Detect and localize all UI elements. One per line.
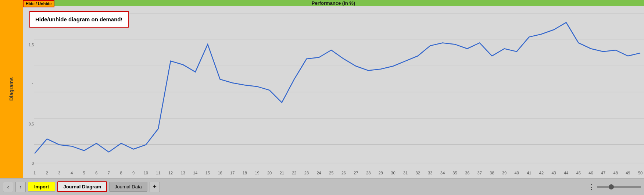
chart-header: Performance (in %) [23,0,644,6]
svg-text:43: 43 [551,171,556,175]
y-label-1: 1 [24,83,34,87]
svg-text:46: 46 [588,171,593,175]
svg-text:24: 24 [316,171,321,175]
svg-text:45: 45 [576,171,581,175]
chart-title: Performance (in %) [312,0,355,6]
svg-text:29: 29 [379,171,383,175]
hide-unhide-button[interactable]: Hide / Unhide [23,0,54,7]
svg-text:17: 17 [230,171,235,175]
svg-text:7: 7 [108,171,110,175]
main-container: Diagrams Performance (in %) 0 0.5 1 1.5 [0,0,644,195]
svg-text:47: 47 [601,171,605,175]
svg-text:12: 12 [168,171,173,175]
tooltip-text: Hide/unhide diagram on demand! [35,16,123,22]
svg-text:48: 48 [613,171,618,175]
svg-text:40: 40 [515,171,519,175]
tab-bar: ‹ › Import Journal Diagram Journal Data … [0,178,644,195]
tab-journal-data[interactable]: Journal Data [109,182,147,192]
tab-add-button[interactable]: + [150,182,160,192]
svg-text:33: 33 [428,171,432,175]
svg-text:28: 28 [366,171,371,175]
svg-text:26: 26 [341,171,346,175]
svg-text:30: 30 [391,171,395,175]
line-chart: 1234567891011121314151617181920212223242… [23,6,644,178]
svg-text:49: 49 [626,171,630,175]
tooltip-box: Hide/unhide diagram on demand! [29,11,129,28]
zoom-slider[interactable] [597,186,641,188]
svg-text:2: 2 [46,171,48,175]
svg-text:36: 36 [465,171,469,175]
svg-text:34: 34 [440,171,445,175]
y-label-05: 0.5 [24,122,34,126]
svg-text:5: 5 [83,171,85,175]
y-axis-labels: 0 0.5 1 1.5 [23,6,34,167]
y-label-0: 0 [24,162,34,166]
nav-back-button[interactable]: ‹ [3,182,13,192]
svg-text:22: 22 [292,171,296,175]
svg-text:15: 15 [205,171,210,175]
svg-text:42: 42 [539,171,544,175]
svg-text:4: 4 [71,171,73,175]
nav-forward-button[interactable]: › [15,182,26,192]
svg-text:41: 41 [527,171,531,175]
import-button[interactable]: Import [28,182,55,192]
svg-text:23: 23 [304,171,309,175]
svg-text:21: 21 [280,171,284,175]
svg-text:25: 25 [329,171,333,175]
svg-text:35: 35 [452,171,457,175]
svg-text:38: 38 [490,171,494,175]
svg-text:20: 20 [267,171,272,175]
svg-text:19: 19 [255,171,259,175]
svg-text:6: 6 [95,171,97,175]
chart-plot: 0 0.5 1 1.5 [23,6,644,178]
sidebar: Diagrams [0,0,23,178]
svg-text:27: 27 [354,171,358,175]
svg-text:3: 3 [58,171,60,175]
svg-text:9: 9 [132,171,135,175]
svg-text:31: 31 [403,171,408,175]
svg-text:8: 8 [120,171,122,175]
svg-text:1: 1 [33,171,36,175]
svg-text:32: 32 [415,171,420,175]
svg-text:18: 18 [243,171,247,175]
svg-text:50: 50 [638,171,643,175]
svg-text:16: 16 [218,171,222,175]
more-options-button[interactable]: ⋮ [588,183,595,191]
svg-text:37: 37 [477,171,482,175]
sidebar-label: Diagrams [8,77,14,101]
zoom-slider-container [597,186,641,188]
y-label-15: 1.5 [24,43,34,47]
svg-text:14: 14 [193,171,197,175]
svg-text:39: 39 [502,171,507,175]
tab-journal-diagram[interactable]: Journal Diagram [57,181,107,192]
svg-text:11: 11 [156,171,160,175]
svg-text:10: 10 [144,171,148,175]
svg-text:44: 44 [564,171,568,175]
svg-text:13: 13 [181,171,185,175]
